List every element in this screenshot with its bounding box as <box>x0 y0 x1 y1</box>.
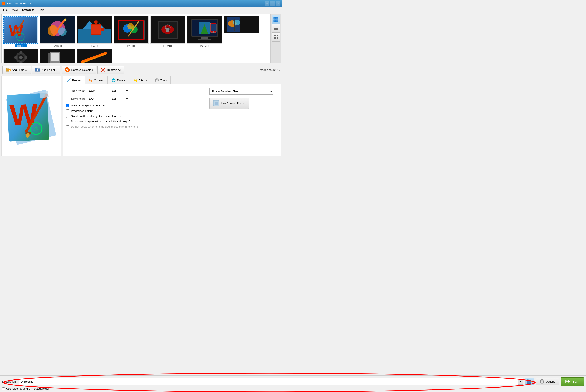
convert-tab-icon <box>89 78 93 82</box>
logo-area: W © <box>2 76 61 156</box>
remove-selected-button[interactable]: ↺ Remove Selected <box>62 66 96 74</box>
tab-effects[interactable]: Effects <box>129 76 151 84</box>
minimize-button[interactable]: − <box>265 1 269 6</box>
image-label: PPW.ico <box>162 44 174 47</box>
maintain-aspect-checkbox[interactable] <box>66 104 69 107</box>
restore-button[interactable]: □ <box>270 1 275 6</box>
view-large-icon[interactable] <box>271 15 280 24</box>
add-files-icon: + <box>6 67 11 72</box>
menu-view[interactable]: View <box>10 8 20 12</box>
view-grid-icon[interactable] <box>271 33 280 42</box>
height-row: New Height Pixel Percent Inch cm <box>66 96 205 102</box>
app-icon: B <box>2 2 5 5</box>
do-not-resize-label: Do not resize when original size is less… <box>71 125 138 128</box>
image-thumbnail <box>224 16 259 33</box>
standard-size-select[interactable]: Pick a Standard Size 640x480 800x600 102… <box>209 88 273 94</box>
svg-rect-76 <box>274 35 275 36</box>
svg-rect-61 <box>25 56 27 58</box>
list-item[interactable] <box>40 49 75 63</box>
svg-point-119 <box>135 80 136 81</box>
image-thumbnail <box>77 49 112 63</box>
predefined-height-checkbox[interactable] <box>66 110 69 112</box>
width-row: New Width Pixel Percent Inch cm <box>66 88 205 93</box>
list-item[interactable]: PPW.ico <box>150 16 185 47</box>
do-not-resize-row: Do not resize when original size is less… <box>66 125 205 128</box>
svg-rect-84 <box>277 38 278 40</box>
rotate-tab-icon <box>111 78 116 82</box>
tab-convert-label: Convert <box>94 79 104 82</box>
standard-size-container: Pick a Standard Size 640x480 800x600 102… <box>209 88 277 94</box>
resize-tab-content: New Width Pixel Percent Inch cm New Heig… <box>63 84 281 156</box>
list-item[interactable] <box>224 16 259 47</box>
image-thumbnail <box>40 16 75 44</box>
tab-resize-label: Resize <box>72 79 81 82</box>
remove-selected-label: Remove Selected <box>71 68 93 72</box>
width-unit-select[interactable]: Pixel Percent Inch cm <box>108 88 129 93</box>
svg-rect-72 <box>276 20 278 22</box>
menu-file[interactable]: File <box>1 8 10 12</box>
svg-rect-60 <box>15 56 17 58</box>
list-item[interactable]: MUP.ico <box>40 16 75 47</box>
image-thumbnail <box>150 16 185 44</box>
list-item[interactable]: PD.ico <box>77 16 112 47</box>
add-folder-button[interactable]: Add Folder... <box>32 66 61 74</box>
tab-tools-label: Tools <box>160 79 167 82</box>
maintain-aspect-label: Maintain original aspect ratio <box>71 104 106 107</box>
predefined-height-label: Predefined height <box>71 109 93 112</box>
tab-resize[interactable]: Resize <box>63 76 85 84</box>
svg-point-28 <box>127 23 134 30</box>
switch-width-height-checkbox[interactable] <box>66 115 69 118</box>
menu-help[interactable]: Help <box>37 8 47 12</box>
svg-rect-22 <box>91 24 101 34</box>
svg-marker-105 <box>40 91 49 98</box>
list-item[interactable]: PNT.ico <box>114 16 149 47</box>
menu-softorbits[interactable]: SoftOrbits <box>20 8 37 12</box>
svg-rect-70 <box>276 18 278 19</box>
height-unit-select[interactable]: Pixel Percent Inch cm <box>108 96 129 102</box>
canvas-resize-button[interactable]: Use Canvas Resize <box>209 98 249 109</box>
new-width-label: New Width <box>66 89 85 92</box>
list-item[interactable]: PSR.ico <box>187 16 222 47</box>
title-bar: B Batch Picture Resizer − □ ✕ <box>0 0 282 7</box>
tab-tools[interactable]: Tools <box>151 76 171 84</box>
view-list-icon[interactable] <box>271 24 280 33</box>
logo-image: W © <box>3 88 60 145</box>
remove-all-label: Remove All <box>107 68 121 72</box>
app-title: Batch Picture Resizer <box>7 2 31 5</box>
svg-rect-127 <box>215 102 218 104</box>
add-files-button[interactable]: + Add File(s)... <box>2 66 31 74</box>
new-height-input[interactable] <box>87 96 106 102</box>
canvas-resize-icon <box>213 100 219 107</box>
add-folder-label: Add Folder... <box>42 68 57 72</box>
svg-rect-79 <box>274 37 275 38</box>
svg-rect-73 <box>274 27 278 27</box>
svg-rect-77 <box>275 35 276 36</box>
svg-point-21 <box>101 28 104 31</box>
tab-rotate[interactable]: Rotate <box>108 76 129 84</box>
close-button[interactable]: ✕ <box>276 1 280 6</box>
switch-width-height-row: Switch width and height to match long si… <box>66 114 205 118</box>
do-not-resize-checkbox[interactable] <box>66 125 69 128</box>
image-thumbnail <box>114 16 149 44</box>
svg-rect-58 <box>20 51 22 54</box>
svg-text:©: © <box>33 126 38 132</box>
list-item[interactable] <box>4 49 39 63</box>
new-height-label: New Height <box>66 97 85 100</box>
resize-settings: New Width Pixel Percent Inch cm New Heig… <box>66 88 277 130</box>
tab-convert[interactable]: Convert <box>85 76 108 84</box>
predefined-height-row: Predefined height <box>66 109 205 112</box>
svg-rect-38 <box>166 28 169 32</box>
add-folder-icon <box>35 67 40 72</box>
svg-point-57 <box>19 56 23 59</box>
svg-text:B: B <box>3 3 4 5</box>
new-width-input[interactable] <box>87 88 106 93</box>
list-item[interactable]: W © bpp.ico <box>4 16 39 47</box>
image-strip-inner: W © bpp.ico <box>2 14 277 63</box>
list-item[interactable] <box>77 49 112 63</box>
image-label: MUP.ico <box>51 44 64 47</box>
tab-rotate-label: Rotate <box>117 79 125 82</box>
svg-point-121 <box>156 80 158 81</box>
smart-cropping-checkbox[interactable] <box>66 120 69 123</box>
svg-rect-82 <box>274 38 275 40</box>
remove-all-button[interactable]: Remove All <box>97 66 124 74</box>
